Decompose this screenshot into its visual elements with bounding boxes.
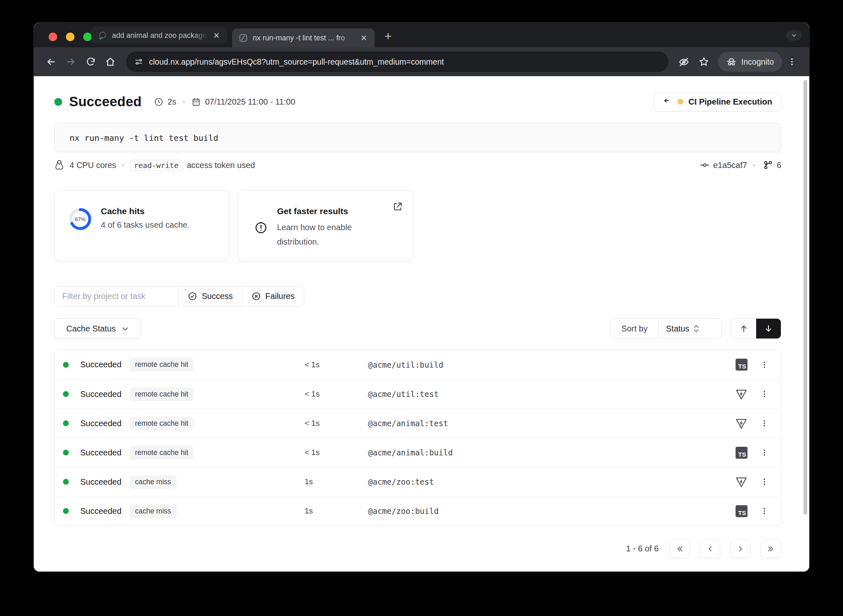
next-page-button[interactable] — [730, 539, 751, 558]
summary-cards: 67% Cache hits 4 of 6 tasks used cache. … — [54, 190, 781, 261]
row-menu-button[interactable] — [755, 390, 774, 398]
cache-hits-percent: 67% — [68, 207, 92, 231]
access-token-chip: read-write — [130, 160, 182, 171]
run-environment-row: 4 CPU cores read-write access token used… — [54, 159, 781, 171]
cache-status-dropdown[interactable]: Cache Status — [54, 318, 141, 339]
sort-select[interactable]: Status — [658, 319, 721, 338]
table-row[interactable]: Succeeded remote cache hit < 1s @acme/an… — [55, 438, 781, 467]
sort-ascending-button[interactable] — [731, 319, 756, 338]
row-menu-button[interactable] — [755, 361, 774, 369]
back-button[interactable] — [41, 52, 61, 72]
reload-button[interactable] — [81, 52, 100, 72]
sort-descending-button[interactable] — [756, 319, 781, 338]
table-row[interactable]: Succeeded remote cache hit < 1s @acme/ut… — [55, 379, 781, 408]
last-page-button[interactable] — [761, 539, 781, 558]
row-duration: < 1s — [305, 390, 368, 399]
row-menu-button[interactable] — [755, 507, 774, 515]
ci-pipeline-execution-button[interactable]: CI Pipeline Execution — [654, 92, 781, 112]
run-meta: 2s 07/11/2025 11:00 - 11:00 — [154, 97, 295, 107]
pagination: 1 - 6 of 6 — [54, 539, 781, 558]
row-task-name[interactable]: @acme/util:build — [368, 360, 728, 369]
row-duration: 1s — [305, 477, 368, 486]
row-menu-button[interactable] — [755, 448, 774, 457]
row-task-name[interactable]: @acme/zoo:build — [368, 506, 728, 516]
row-duration: < 1s — [305, 448, 368, 457]
run-duration: 2s — [168, 97, 176, 107]
close-tab-icon[interactable]: ✕ — [212, 31, 221, 40]
run-header: Succeeded 2s 07/11/2025 11:00 - 11:00 CI… — [54, 92, 781, 112]
command-box: nx run-many -t lint test build — [54, 123, 781, 152]
browser-toolbar: cloud.nx.app/runs/agsvEHsQc8?utm_source=… — [34, 47, 809, 76]
close-tab-icon[interactable]: ✕ — [360, 33, 368, 43]
table-row[interactable]: Succeeded cache miss 1s @acme/zoo:test T… — [55, 467, 781, 496]
tab-pull-request[interactable]: add animal and zoo packages ✕ — [91, 27, 227, 44]
vcs-info: e1a5caf7 6 — [700, 160, 781, 170]
row-menu-button[interactable] — [755, 478, 774, 486]
task-table-body: Succeeded remote cache hit < 1s @acme/ut… — [54, 350, 781, 526]
close-window-button[interactable] — [49, 33, 57, 41]
access-token-suffix: access token used — [187, 161, 255, 170]
incognito-badge[interactable]: Incognito — [718, 52, 782, 72]
dot-separator — [122, 164, 124, 166]
forward-button[interactable] — [61, 52, 81, 72]
chevron-updown-icon — [693, 324, 715, 333]
success-filter-button[interactable]: Success — [178, 287, 242, 306]
zoom-window-button[interactable] — [83, 33, 92, 41]
row-cache-chip: cache miss — [130, 504, 177, 518]
tab-title: nx run-many -t lint test ... fro — [253, 34, 355, 42]
row-status-dot — [63, 508, 69, 514]
browser-menu-icon[interactable] — [782, 52, 802, 72]
minimize-window-button[interactable] — [66, 33, 75, 41]
failures-filter-button[interactable]: Failures — [242, 287, 304, 306]
row-status-dot — [63, 420, 69, 426]
previous-page-button[interactable] — [700, 539, 720, 558]
filter-input[interactable] — [55, 287, 178, 306]
tab-search-button[interactable] — [786, 30, 802, 41]
privacy-eye-off-icon[interactable] — [674, 52, 694, 72]
clock-icon — [154, 97, 163, 107]
calendar-icon — [191, 97, 201, 107]
external-link-icon[interactable] — [393, 201, 403, 212]
linux-penguin-icon — [54, 160, 64, 171]
distribution-card[interactable]: Get faster results Learn how to enable d… — [238, 190, 413, 261]
first-page-button[interactable] — [669, 539, 690, 558]
commit-hash[interactable]: e1a5caf7 — [713, 161, 747, 170]
row-status-dot — [63, 450, 69, 455]
cache-hits-subtitle: 4 of 6 tasks used cache. — [101, 220, 190, 230]
row-cache-chip: remote cache hit — [130, 417, 193, 430]
table-row[interactable]: Succeeded remote cache hit < 1s @acme/an… — [55, 408, 781, 438]
sort-by-label: Sort by — [611, 319, 658, 338]
home-button[interactable] — [100, 52, 120, 72]
undo-arrow-icon — [663, 97, 672, 106]
branch-count[interactable]: 6 — [777, 161, 781, 170]
check-circle-icon — [188, 292, 197, 301]
vitest-icon — [735, 476, 748, 488]
chevron-down-icon — [121, 325, 129, 333]
new-tab-button[interactable]: + — [384, 30, 392, 42]
window-controls — [49, 33, 92, 41]
row-task-name[interactable]: @acme/animal:test — [368, 419, 728, 428]
row-menu-button[interactable] — [755, 419, 774, 427]
row-task-name[interactable]: @acme/animal:build — [368, 448, 728, 457]
sort-by-group: Sort by Status — [610, 318, 722, 339]
scrollbar-thumb[interactable] — [803, 80, 807, 515]
cache-hits-donut: 67% — [68, 207, 92, 231]
address-bar[interactable]: cloud.nx.app/runs/agsvEHsQc8?utm_source=… — [126, 51, 668, 72]
nx-cloud-favicon — [239, 33, 248, 42]
x-circle-icon — [252, 292, 261, 301]
status-dot — [54, 98, 62, 106]
table-row[interactable]: Succeeded cache miss 1s @acme/zoo:build … — [55, 496, 781, 525]
row-task-name[interactable]: @acme/zoo:test — [368, 477, 728, 486]
tab-nx-run[interactable]: nx run-many -t lint test ... fro ✕ — [232, 28, 375, 47]
site-settings-icon[interactable] — [134, 57, 143, 66]
git-branch-icon — [763, 160, 773, 170]
table-row[interactable]: Succeeded remote cache hit < 1s @acme/ut… — [55, 350, 781, 379]
cache-hits-title: Cache hits — [101, 206, 144, 216]
cache-hits-card[interactable]: 67% Cache hits 4 of 6 tasks used cache. — [54, 190, 229, 261]
vitest-icon — [735, 417, 748, 429]
incognito-icon — [726, 56, 737, 67]
bookmark-star-icon[interactable] — [694, 52, 714, 72]
row-task-name[interactable]: @acme/util:test — [368, 390, 728, 399]
url-text: cloud.nx.app/runs/agsvEHsQc8?utm_source=… — [149, 57, 444, 67]
row-status-label: Succeeded — [80, 477, 130, 487]
